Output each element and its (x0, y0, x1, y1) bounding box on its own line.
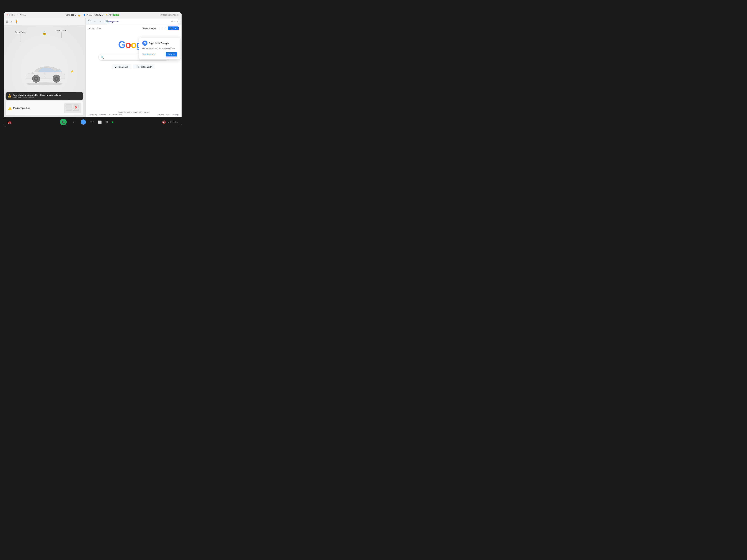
svg-point-6 (56, 78, 57, 80)
google-search-button[interactable]: Google Search (112, 64, 132, 70)
charge-icon: ⚡ (70, 70, 74, 73)
grid-icon[interactable]: ⊞ (105, 121, 108, 124)
signin-popup: G Sign in to Google Get the most from yo… (139, 37, 180, 59)
battery-bar (71, 14, 75, 16)
warning-text: Paid charging unavailable - Check unpaid… (13, 94, 61, 98)
music-button[interactable]: ♪ (70, 119, 77, 125)
menu-icon[interactable]: ☰ (6, 20, 8, 24)
svg-point-0 (26, 82, 63, 85)
browser-panel: ⛶ ← → 🔄 google.com ↺ ☆ ⊡ (85, 18, 182, 117)
fan-speed[interactable]: ‹ < LO > › (168, 121, 178, 123)
status-center: 70% 🔒 👤 Profile 12:52 pm ⛅ 74°F AQI 59 (66, 14, 119, 17)
browser-toolbar: ⛶ ← → 🔄 google.com ↺ ☆ ⊡ (85, 18, 182, 25)
how-search-link[interactable]: How Search works (108, 114, 122, 116)
open-frunk-label[interactable]: Open Frunk (15, 31, 26, 43)
popup-body: Get the most from your Google account (142, 47, 177, 50)
gmail-link[interactable]: Gmail (143, 27, 148, 29)
url-actions: ↺ ☆ ⊡ (171, 20, 178, 23)
forward-button[interactable]: → (98, 19, 103, 24)
apps-icon[interactable]: ⋮⋮⋮ (157, 27, 166, 30)
privacy-link[interactable]: Privacy (158, 114, 163, 116)
about-link[interactable]: About (88, 27, 94, 29)
taskbar-right: 🔇 ‹ < LO > › (162, 121, 178, 124)
more-dots[interactable]: ••• (90, 120, 94, 124)
browser-content: About Store Gmail Images ⋮⋮⋮ Sign in (85, 25, 182, 117)
settings-link[interactable]: Settings (173, 114, 179, 116)
aqi-badge: AQI 59 (113, 14, 119, 16)
open-trunk-label[interactable]: Open Trunk (56, 29, 67, 39)
temperature: ⛅ 74°F AQI 59 (106, 14, 119, 16)
svg-rect-11 (73, 109, 79, 111)
svg-rect-8 (66, 105, 72, 108)
logo-g: G (118, 39, 125, 50)
popup-header: G Sign in to Google (142, 41, 177, 46)
footer-bottom: Advertising Business How Search works Pr… (88, 114, 179, 116)
tesla-panel: ☰ ◎ 🧍 Open Frunk 🔓 Open Trunk (4, 18, 85, 117)
fan-icon: ◎ (11, 21, 12, 23)
mute-button[interactable]: 🔇 (162, 121, 166, 124)
weather-icon: ⛅ (106, 14, 108, 16)
popup-title-area: Sign in to Google (149, 42, 169, 45)
google-sign-in-button[interactable]: Sign in (168, 26, 179, 30)
climate-text: Our third decade of climate action. Join… (118, 111, 149, 113)
google-nav-right: Gmail Images ⋮⋮⋮ Sign in (143, 26, 179, 30)
temp-value: 74°F (108, 14, 113, 16)
back-button[interactable]: ← (93, 19, 97, 24)
main-content: ☰ ◎ 🧍 Open Frunk 🔓 Open Trunk (4, 18, 182, 117)
taskbar-center: 📞 ♪ ••• ⬜ ⊞ ● (60, 119, 114, 125)
logo-o2: o (131, 39, 136, 50)
images-link[interactable]: Images (149, 27, 156, 29)
url-text: google.com (108, 20, 171, 23)
footer-right: Privacy Terms Settings (158, 114, 179, 116)
advertising-link[interactable]: Advertising (88, 114, 97, 116)
seatbelt-alert-icon: ⚠️ (8, 106, 12, 110)
tesla-screen: P R N D × CHILL 70% 🔒 👤 Profile 12:52 pm… (4, 12, 182, 127)
svg-point-12 (75, 106, 77, 108)
tesla-top-bar: ☰ ◎ 🧍 (4, 18, 85, 25)
popup-text: Get the most from your Google account (142, 47, 177, 50)
phone-button[interactable]: 📞 (60, 119, 67, 125)
lucky-button[interactable]: I'm Feeling Lucky (133, 64, 155, 70)
tabs-icon[interactable]: ⬜ (98, 121, 102, 124)
fullscreen-button[interactable]: ⛶ (87, 19, 92, 24)
charging-warning: ⚠️ Paid charging unavailable - Check unp… (5, 92, 83, 100)
svg-text:!: ! (75, 107, 76, 108)
refresh-icon: 🔄 (105, 20, 108, 22)
url-bar[interactable]: 🔄 google.com ↺ ☆ ⊡ (104, 19, 180, 24)
footer-left: Advertising Business How Search works (88, 114, 122, 116)
terms-link[interactable]: Terms (166, 114, 171, 116)
stay-signed-out-button[interactable]: Stay signed out (142, 53, 155, 55)
gear-indicator[interactable]: P R N D (7, 14, 16, 16)
home-dot[interactable] (81, 119, 86, 125)
bookmark-button[interactable]: ☆ (174, 20, 176, 23)
reload-button[interactable]: ↺ (171, 20, 173, 23)
profile-label: Profile (86, 14, 92, 16)
profile-info[interactable]: 👤 Profile (83, 14, 92, 16)
tab-button[interactable]: ⊡ (177, 20, 178, 23)
google-main: Google 🔍 🎤 📷 Google Search I'm Feeling L… (85, 32, 182, 110)
popup-title: Sign in to Google (149, 42, 169, 45)
seatbelt-text: Fasten Seatbelt (13, 107, 30, 110)
google-page: About Store Gmail Images ⋮⋮⋮ Sign in (85, 25, 182, 117)
lock-icon[interactable]: 🔓 (43, 31, 47, 35)
google-nav-left: About Store (88, 27, 101, 29)
svg-point-3 (35, 78, 37, 80)
lo-arrow-left: ‹ (168, 121, 169, 123)
warning-icon: ⚠️ (8, 94, 11, 98)
popup-signin-button[interactable]: Sign in (165, 52, 177, 56)
status-bar: P R N D × CHILL 70% 🔒 👤 Profile 12:52 pm… (4, 12, 182, 18)
business-link[interactable]: Business (99, 114, 106, 116)
warning-subtitle: Mobile App > Menu > Charging (13, 96, 61, 98)
popup-google-icon: G (142, 41, 148, 46)
person-icon[interactable]: 🧍 (15, 20, 19, 24)
warning-title: Paid charging unavailable - Check unpaid… (13, 94, 61, 96)
battery-fill (71, 14, 74, 16)
spotify-icon[interactable]: ● (111, 120, 114, 124)
store-link[interactable]: Store (96, 27, 101, 29)
car-home-icon[interactable]: 🚗 (7, 120, 11, 124)
taskbar-left: 🚗 (7, 120, 11, 124)
search-icon: 🔍 (101, 56, 104, 59)
footer-climate: Our third decade of climate action. Join… (88, 111, 179, 113)
logo-o1: o (125, 39, 131, 50)
taskbar: 🚗 📞 ♪ ••• ⬜ ⊞ ● 🔇 ‹ < LO > › (4, 117, 182, 127)
